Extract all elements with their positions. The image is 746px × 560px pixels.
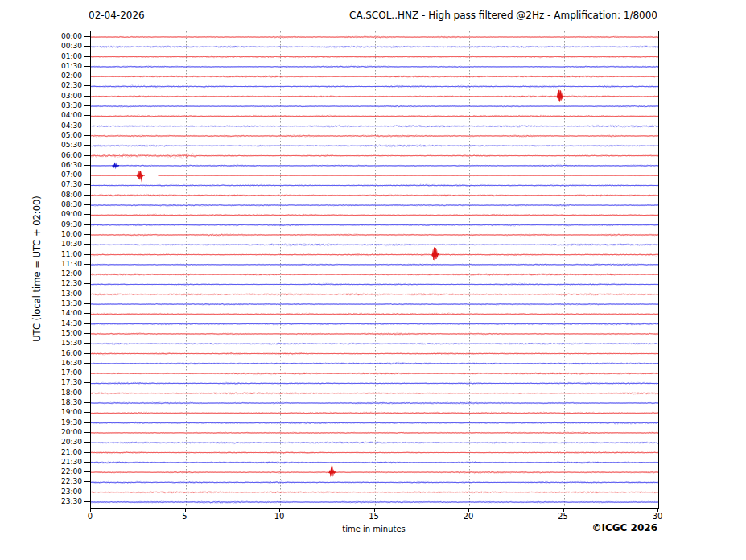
y-tick-label: 13:00: [0, 290, 82, 298]
x-tick-mark: [563, 508, 564, 512]
y-tick-mark: [84, 432, 90, 433]
y-tick-label: 09:30: [0, 220, 82, 229]
y-tick-label: 16:30: [0, 359, 82, 367]
y-tick-mark: [84, 46, 90, 47]
y-tick-label: 21:00: [0, 448, 82, 456]
y-tick-label: 06:00: [0, 151, 82, 159]
y-tick-label: 01:00: [0, 52, 82, 60]
date-title: 02-04-2026: [89, 10, 145, 21]
y-tick-mark: [84, 471, 90, 472]
seismogram-canvas: [91, 31, 658, 508]
y-tick-label: 15:00: [0, 329, 82, 337]
y-tick-label: 22:00: [0, 467, 82, 476]
y-tick-label: 13:30: [0, 299, 82, 307]
copyright-text: ©ICGC 2026: [591, 522, 657, 533]
y-tick-label: 12:30: [0, 279, 82, 287]
y-tick-mark: [84, 353, 90, 354]
y-tick-mark: [84, 85, 90, 86]
y-tick-mark: [84, 184, 90, 185]
x-tick-mark: [90, 508, 91, 512]
y-tick-label: 21:30: [0, 458, 82, 466]
x-tick-mark: [279, 508, 280, 512]
y-tick-label: 14:00: [0, 309, 82, 317]
x-tick-label: 20: [454, 512, 483, 521]
y-tick-label: 10:00: [0, 230, 82, 238]
y-tick-mark: [84, 442, 90, 443]
y-tick-label: 09:00: [0, 210, 82, 218]
y-tick-label: 17:30: [0, 378, 82, 386]
y-tick-label: 23:00: [0, 488, 82, 496]
y-tick-label: 07:00: [0, 171, 82, 179]
y-tick-label: 00:00: [0, 32, 82, 40]
y-tick-mark: [84, 36, 90, 37]
y-tick-mark: [84, 393, 90, 393]
y-tick-mark: [84, 402, 90, 403]
y-tick-mark: [84, 452, 90, 453]
x-tick-label: 5: [171, 512, 200, 521]
y-tick-mark: [84, 175, 90, 175]
y-tick-mark: [84, 96, 90, 97]
y-tick-label: 19:00: [0, 408, 82, 416]
x-tick-label: 10: [265, 512, 294, 521]
y-tick-label: 02:00: [0, 72, 82, 80]
y-tick-mark: [84, 481, 90, 482]
y-tick-mark: [84, 294, 90, 294]
x-tick-mark: [185, 508, 186, 512]
y-tick-mark: [84, 145, 90, 146]
y-tick-label: 04:00: [0, 111, 82, 119]
y-tick-label: 06:30: [0, 161, 82, 169]
y-tick-mark: [84, 56, 90, 57]
y-tick-mark: [84, 492, 90, 492]
x-tick-label: 15: [360, 512, 389, 521]
y-tick-label: 20:00: [0, 428, 82, 436]
y-tick-mark: [84, 214, 90, 215]
y-tick-mark: [84, 382, 90, 383]
y-tick-mark: [84, 165, 90, 166]
y-tick-mark: [84, 412, 90, 413]
y-tick-label: 04:30: [0, 121, 82, 130]
y-tick-mark: [84, 313, 90, 314]
y-tick-label: 08:00: [0, 191, 82, 199]
y-tick-mark: [84, 76, 90, 76]
y-tick-label: 11:00: [0, 250, 82, 258]
y-tick-label: 12:00: [0, 270, 82, 278]
x-axis-label: time in minutes: [90, 525, 657, 533]
y-tick-mark: [84, 105, 90, 106]
x-tick-label: 0: [76, 512, 105, 521]
y-tick-mark: [84, 333, 90, 334]
y-tick-mark: [84, 363, 90, 364]
y-tick-label: 10:30: [0, 240, 82, 248]
y-tick-mark: [84, 303, 90, 304]
x-tick-mark: [374, 508, 375, 512]
y-tick-mark: [84, 115, 90, 116]
y-tick-mark: [84, 254, 90, 255]
y-tick-mark: [84, 462, 90, 463]
y-tick-label: 17:00: [0, 369, 82, 377]
y-tick-mark: [84, 422, 90, 423]
y-tick-mark: [84, 204, 90, 205]
y-tick-label: 19:30: [0, 418, 82, 426]
y-tick-label: 18:30: [0, 398, 82, 406]
x-tick-label: 25: [549, 512, 578, 521]
y-tick-mark: [84, 234, 90, 235]
y-tick-label: 23:30: [0, 497, 82, 505]
y-tick-label: 03:30: [0, 101, 82, 109]
y-tick-label: 07:30: [0, 180, 82, 188]
y-tick-mark: [84, 274, 90, 274]
y-tick-label: 20:30: [0, 438, 82, 446]
x-tick-label: 30: [643, 512, 672, 521]
y-tick-mark: [84, 195, 90, 196]
station-title: CA.SCOL..HNZ - High pass filtered @2Hz -…: [349, 10, 657, 21]
y-tick-mark: [84, 323, 90, 324]
y-tick-mark: [84, 135, 90, 136]
y-tick-label: 01:30: [0, 62, 82, 70]
y-tick-label: 22:30: [0, 477, 82, 485]
y-tick-mark: [84, 155, 90, 156]
y-tick-label: 05:00: [0, 131, 82, 139]
helicorder-figure: 02-04-2026 CA.SCOL..HNZ - High pass filt…: [0, 0, 746, 560]
y-tick-mark: [84, 66, 90, 67]
x-tick-mark: [657, 508, 658, 512]
plot-area: [90, 31, 659, 509]
y-tick-mark: [84, 244, 90, 245]
y-tick-mark: [84, 283, 90, 284]
